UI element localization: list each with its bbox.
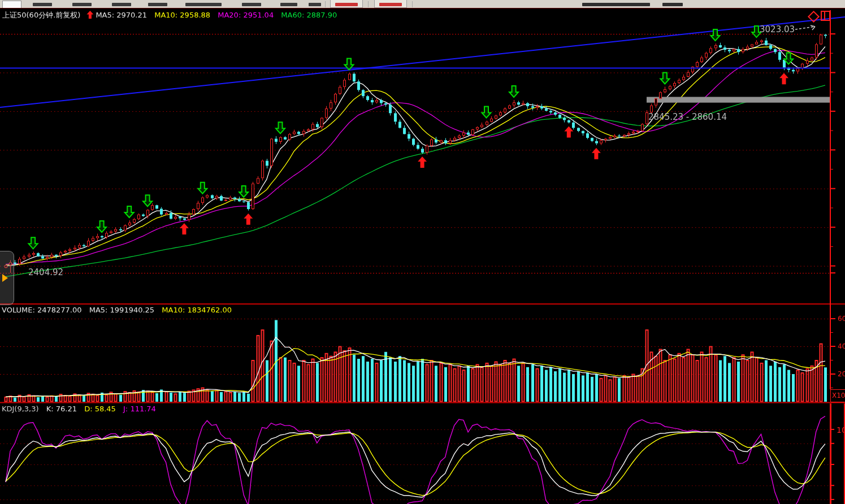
toolbar-separator	[412, 1, 413, 7]
toolbar-text-clipped	[582, 3, 650, 6]
toolbar-separator	[325, 1, 326, 7]
ma5-value: MA5: 2970.21	[96, 11, 147, 19]
toolbar-button-clipped[interactable]	[185, 3, 222, 6]
volume-value: VOLUME: 2478277.00	[2, 306, 82, 314]
kdj-j-value: J: 111.74	[123, 405, 156, 413]
kdj-axis-100: 100	[837, 425, 845, 435]
ma10-value: MA10: 2958.88	[154, 11, 210, 19]
red-text-partial	[335, 3, 358, 6]
chart-canvas[interactable]	[0, 8, 845, 504]
toolbar-button-clipped[interactable]	[242, 3, 261, 6]
toolbar-clipped[interactable]	[0, 0, 845, 8]
app-logo-icon	[2, 1, 21, 8]
up-arrow-icon	[86, 11, 93, 19]
low-price-label: 2404.92	[28, 267, 63, 277]
toolbar-button-clipped[interactable]	[33, 3, 52, 6]
toolbar-button-clipped[interactable]	[148, 3, 167, 6]
volume-ma10-value: MA10: 1834762.00	[162, 306, 232, 314]
sidebar-handle[interactable]	[0, 251, 14, 305]
ma20-value: MA20: 2951.04	[218, 11, 274, 19]
toolbar-red-button-clipped[interactable]	[330, 0, 363, 8]
ma60-value: MA60: 2887.90	[281, 11, 337, 19]
toolbar-button-clipped[interactable]	[309, 3, 321, 6]
toolbar-separator	[368, 1, 369, 7]
kdj-name: KDJ(9,3,3)	[2, 405, 39, 413]
expand-triangle-icon	[2, 274, 8, 282]
kdj-k-value: K: 76.21	[46, 405, 77, 413]
symbol-title: 上证50(60分钟.前复权)	[2, 11, 80, 19]
split-window-icon[interactable]	[821, 11, 830, 21]
toolbar-button-clipped[interactable]	[72, 3, 92, 6]
toolbar-text-clipped	[662, 3, 683, 6]
gap-band-label: 2845.23 - 2860.14	[648, 112, 727, 122]
main-chart-header: 上证50(60分钟.前复权)MA5: 2970.21 MA10: 2958.88…	[2, 10, 342, 20]
toolbar-button-clipped[interactable]	[112, 3, 131, 6]
volume-unit-box: X10	[830, 389, 845, 402]
volume-axis-600: 600	[838, 315, 845, 323]
high-price-label: 3023.03	[760, 24, 795, 34]
kdj-d-value: D: 58.45	[84, 405, 116, 413]
toolbar-red-button-clipped[interactable]	[374, 0, 407, 8]
red-text-partial	[379, 3, 402, 6]
volume-axis-400: 400	[838, 342, 845, 350]
trading-app-window: { "toolbar": { "note": "menu bar clipped…	[0, 0, 845, 504]
volume-header: VOLUME: 2478277.00 MA5: 1991940.25 MA10:…	[2, 306, 237, 314]
volume-ma5-value: MA5: 1991940.25	[89, 306, 154, 314]
volume-axis-200: 200	[838, 370, 845, 378]
toolbar-button-clipped[interactable]	[280, 3, 297, 6]
kdj-header: KDJ(9,3,3) K: 76.21 D: 58.45 J: 111.74	[2, 405, 161, 413]
